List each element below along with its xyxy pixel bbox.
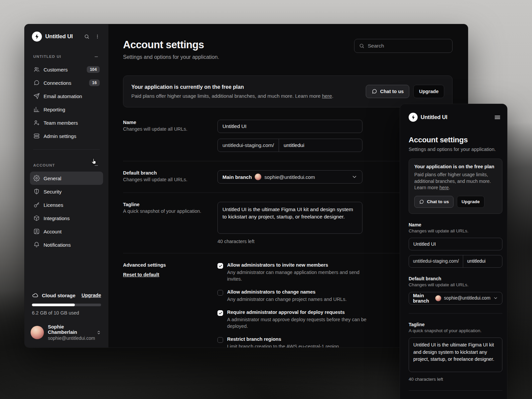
storage-progress-bar bbox=[32, 304, 101, 306]
character-counter: 40 characters left bbox=[409, 377, 502, 382]
chat-to-us-button[interactable]: Chat to us bbox=[414, 196, 454, 208]
rows-icon bbox=[33, 133, 40, 139]
reset-to-default-link[interactable]: Reset to default bbox=[123, 272, 159, 277]
banner-body: Paid plans offer higher usage limits, ad… bbox=[131, 93, 333, 99]
url-input[interactable]: untitledui-staging.com/ untitledui bbox=[217, 139, 362, 152]
search-box[interactable] bbox=[354, 39, 453, 53]
url-slug-input[interactable]: untitledui bbox=[279, 139, 362, 152]
sidebar-item-customers[interactable]: Customers 104 bbox=[30, 63, 103, 76]
upgrade-button[interactable]: Upgrade bbox=[413, 85, 444, 98]
sidebar-item-label: Integrations bbox=[44, 215, 69, 221]
card-body: Paid plans offer higher usage limits, ad… bbox=[414, 172, 497, 191]
checkbox[interactable] bbox=[217, 290, 223, 296]
chevrons-up-down-icon[interactable] bbox=[95, 329, 102, 336]
brand-name: Untitled UI bbox=[421, 114, 491, 120]
url-slug-input[interactable]: untitledui bbox=[463, 255, 502, 267]
kebab-menu-icon[interactable] bbox=[94, 33, 101, 40]
sidebar-header: Untitled UI bbox=[30, 32, 103, 42]
sidebar-item-admin-settings[interactable]: Admin settings bbox=[30, 129, 103, 143]
storage-usage-text: 6.2 GB of 10 GB used bbox=[32, 310, 101, 316]
checkbox[interactable] bbox=[217, 310, 223, 316]
card-title: Your application is on the free plan bbox=[414, 164, 497, 169]
hamburger-menu-icon[interactable] bbox=[494, 114, 501, 121]
brand-logo-icon bbox=[32, 32, 42, 42]
sidebar-item-reporting[interactable]: Reporting bbox=[30, 103, 103, 116]
avatar bbox=[31, 326, 44, 339]
branch-hint: Changes will update all URLs. bbox=[123, 177, 217, 182]
sidebar-item-label: Admin settings bbox=[44, 133, 76, 139]
page-title: Account settings bbox=[123, 39, 219, 51]
sidebar: Untitled UI UNTITLED UI Customers 104 bbox=[25, 24, 108, 347]
free-plan-banner: Your application is currently on the fre… bbox=[123, 75, 453, 107]
tagline-label: Tagline bbox=[409, 322, 502, 327]
brand-name: Untitled UI bbox=[45, 33, 80, 40]
page-subtitle: Settings and options for your applicatio… bbox=[123, 54, 219, 60]
collapse-icon[interactable] bbox=[92, 53, 100, 60]
chevron-down-icon bbox=[351, 174, 357, 180]
collapse-icon[interactable] bbox=[92, 162, 100, 169]
key-icon bbox=[33, 201, 40, 208]
sidebar-item-integrations[interactable]: Integrations bbox=[30, 211, 103, 225]
send-icon bbox=[33, 93, 40, 99]
default-branch-select[interactable]: Main branch sophie@untitledui.com bbox=[217, 170, 362, 184]
banner-title: Your application is currently on the fre… bbox=[131, 84, 333, 90]
branch-label: Default branch bbox=[409, 276, 502, 281]
sidebar-item-licenses[interactable]: Licenses bbox=[30, 198, 103, 211]
sidebar-item-label: Account bbox=[44, 229, 62, 234]
url-input[interactable]: untitledui-staging.com/ untitledui bbox=[409, 255, 502, 268]
storage-progress-fill bbox=[32, 304, 75, 306]
panel-header: Untitled UI bbox=[409, 113, 502, 122]
search-icon bbox=[359, 43, 365, 49]
checkbox[interactable] bbox=[217, 263, 223, 269]
divider bbox=[409, 313, 502, 314]
sidebar-item-security[interactable]: Security bbox=[30, 185, 103, 198]
sidebar-section-account: ACCOUNT bbox=[30, 162, 103, 169]
shield-icon bbox=[33, 188, 40, 195]
tagline-textarea[interactable]: Untitled UI is the ultimate Figma UI kit… bbox=[409, 337, 502, 372]
cloud-storage-widget: Cloud storage Upgrade 6.2 GB of 10 GB us… bbox=[30, 292, 103, 316]
sidebar-item-notifications[interactable]: Notifications bbox=[30, 238, 103, 251]
storage-upgrade-link[interactable]: Upgrade bbox=[81, 293, 101, 298]
desktop-background: Untitled UI UNTITLED UI Customers 104 bbox=[0, 0, 532, 399]
chat-to-us-button[interactable]: Chat to us bbox=[366, 85, 409, 98]
sidebar-item-general[interactable]: General bbox=[30, 172, 103, 185]
users-icon bbox=[33, 66, 40, 73]
chevron-down-icon bbox=[493, 296, 498, 301]
name-hint: Changes will update all URLs. bbox=[409, 228, 502, 233]
user-profile[interactable]: Sophie Chamberlain sophie@untitledui.com bbox=[30, 324, 103, 341]
search-input[interactable] bbox=[368, 43, 448, 49]
default-branch-select[interactable]: Main branch sophie@untitledui.com bbox=[409, 292, 502, 305]
checkbox-row-branch-regions: Restrict branch regions Limit branch cre… bbox=[217, 336, 368, 348]
cloud-icon bbox=[32, 292, 39, 299]
upgrade-button[interactable]: Upgrade bbox=[457, 196, 484, 208]
here-link[interactable]: here bbox=[439, 185, 449, 190]
checkbox-row-change-names: Allow administrators to change names Any… bbox=[217, 289, 368, 303]
profile-email: sophie@untitledui.com bbox=[48, 335, 91, 341]
tagline-hint: A quick snapshot of your application. bbox=[409, 328, 502, 333]
count-badge: 16 bbox=[89, 79, 100, 86]
sidebar-item-team-members[interactable]: Team members bbox=[30, 116, 103, 129]
branch-label: Default branch bbox=[123, 170, 217, 176]
storage-label: Cloud storage bbox=[42, 293, 78, 298]
checkbox[interactable] bbox=[217, 337, 223, 343]
box-icon bbox=[33, 215, 40, 221]
sidebar-item-connections[interactable]: Connections 16 bbox=[30, 76, 103, 89]
message-icon bbox=[33, 79, 40, 86]
sidebar-item-label: Connections bbox=[44, 80, 71, 86]
sidebar-item-email-automation[interactable]: Email automation bbox=[30, 89, 103, 103]
character-counter: 40 characters left bbox=[217, 239, 362, 244]
sidebar-item-label: Licenses bbox=[44, 202, 63, 208]
tagline-textarea[interactable]: Untitled UI is the ultimate Figma UI kit… bbox=[217, 202, 362, 234]
brand-logo-icon bbox=[409, 113, 418, 122]
chat-bubble-icon bbox=[419, 199, 424, 204]
sidebar-item-label: Reporting bbox=[44, 107, 65, 112]
bar-chart-icon bbox=[33, 106, 40, 113]
search-icon[interactable] bbox=[83, 33, 90, 40]
sidebar-item-account[interactable]: Account bbox=[30, 225, 103, 238]
sidebar-divider bbox=[33, 149, 100, 150]
app-name-input[interactable] bbox=[409, 238, 502, 250]
here-link[interactable]: here bbox=[322, 93, 332, 99]
app-name-input[interactable] bbox=[217, 120, 362, 133]
sidebar-section-untitledui: UNTITLED UI bbox=[30, 53, 103, 60]
avatar bbox=[435, 295, 441, 301]
